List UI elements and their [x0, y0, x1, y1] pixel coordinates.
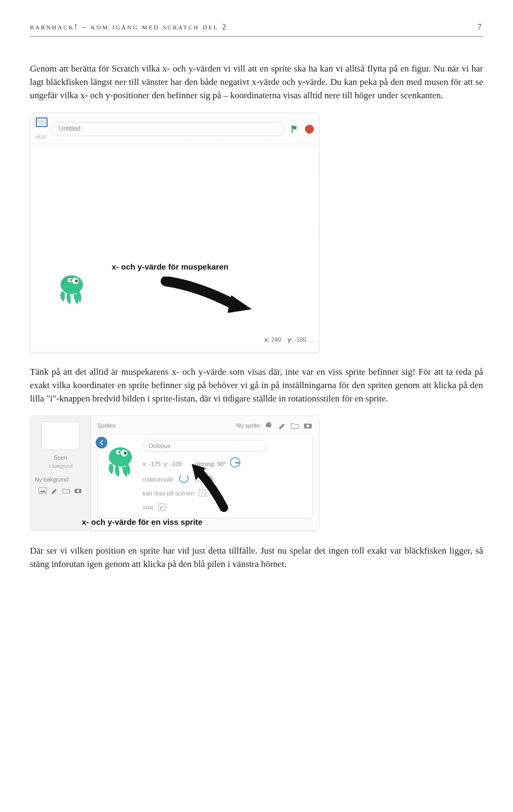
- paragraph-1: Genom att berätta för Scratch vilka x- o…: [30, 62, 483, 102]
- svg-point-11: [109, 447, 132, 467]
- sprite-x: x: -175: [143, 461, 161, 467]
- annotation-2: x- och y-värde för en viss sprite: [82, 516, 203, 528]
- paint-sprite-icon[interactable]: [277, 421, 287, 430]
- svg-point-10: [306, 424, 309, 427]
- screenshot-stage: v416 Untitled x- och y-värde för muspeka…: [30, 113, 320, 353]
- octopus-thumbnail[interactable]: [102, 444, 141, 478]
- sprites-label: Sprites: [97, 421, 115, 430]
- scen-label: Scen: [35, 453, 86, 462]
- choose-sprite-icon[interactable]: [265, 421, 274, 430]
- project-title-input[interactable]: Untitled: [52, 122, 285, 136]
- direction-dial[interactable]: [230, 457, 240, 468]
- fullscreen-icon[interactable]: v416: [36, 117, 48, 140]
- paragraph-2: Tänk på att det alltid är muspekarens x-…: [30, 366, 483, 405]
- sprite-name-input[interactable]: Octopus: [143, 440, 267, 452]
- version-label: v416: [35, 133, 46, 140]
- svg-point-13: [124, 452, 127, 454]
- show-label: visa:: [143, 504, 155, 510]
- svg-point-4: [70, 279, 72, 281]
- mouse-coordinates: x: 240 y: -180: [265, 335, 306, 344]
- svg-point-2: [75, 280, 77, 282]
- annotation-1: x- och y-värde för muspekaren: [112, 261, 228, 273]
- page-header: barnhack! – kom igång med scratch del 2 …: [30, 21, 483, 37]
- svg-point-15: [119, 451, 121, 453]
- svg-point-7: [77, 490, 80, 493]
- stage-thumbnail[interactable]: [41, 421, 80, 450]
- new-bg-label: Ny bakgrund:: [35, 475, 86, 484]
- landscape-icon[interactable]: [38, 487, 47, 494]
- svg-point-8: [270, 423, 271, 424]
- folder-icon[interactable]: [62, 487, 71, 494]
- paint-icon[interactable]: [50, 487, 59, 494]
- new-sprite-label: Ny sprite:: [237, 421, 261, 430]
- camera-icon[interactable]: [74, 487, 82, 494]
- screenshot-sprite-info: Scen 1 bakgrund Ny bakgrund: Sprites Ny …: [30, 415, 320, 531]
- svg-rect-5: [39, 488, 46, 494]
- octopus-sprite[interactable]: [54, 272, 91, 305]
- svg-point-0: [60, 275, 83, 294]
- rotation-label: rotationsstil:: [143, 476, 174, 483]
- arrow-icon: [160, 277, 256, 314]
- paragraph-3: Där ser vi vilken position en sprite har…: [30, 545, 483, 571]
- header-title: barnhack! – kom igång med scratch del 2: [30, 21, 228, 33]
- sprite-y: y: -109: [164, 461, 182, 467]
- stage-sidebar: Scen 1 bakgrund Ny bakgrund:: [30, 416, 91, 530]
- sprite-info-panel: Octopus x: -175 y: -109 riktning: 90° ro…: [97, 434, 313, 518]
- upload-sprite-icon[interactable]: [290, 421, 300, 430]
- page-number: 7: [478, 21, 483, 33]
- resize-grip-icon[interactable]: [310, 340, 315, 344]
- stop-icon[interactable]: [305, 125, 314, 133]
- green-flag-icon[interactable]: [289, 123, 301, 135]
- stage-canvas[interactable]: x- och y-värde för muspekaren x: 240 y: …: [32, 144, 318, 347]
- show-checkbox[interactable]: [158, 503, 166, 511]
- camera-sprite-icon[interactable]: [303, 421, 313, 430]
- bakgrund-count: 1 bakgrund: [35, 463, 86, 470]
